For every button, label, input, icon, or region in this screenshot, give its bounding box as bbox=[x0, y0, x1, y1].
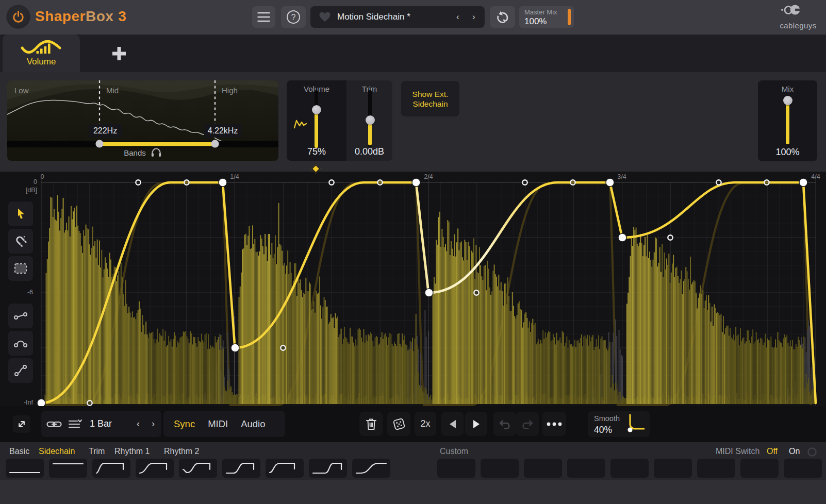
volume-slider-fill bbox=[315, 110, 318, 148]
wave-menu-icon[interactable] bbox=[68, 418, 82, 430]
wave-preset-5[interactable] bbox=[179, 459, 217, 478]
bank-tab-trim[interactable]: Trim bbox=[89, 447, 105, 456]
volume-panel[interactable]: Volume 75% bbox=[287, 80, 346, 161]
tool-line[interactable] bbox=[8, 304, 33, 328]
undo-icon bbox=[499, 419, 511, 429]
shift-right-button[interactable] bbox=[465, 412, 487, 436]
wave-preset-7[interactable] bbox=[266, 459, 304, 478]
rate-next-button[interactable]: › bbox=[152, 418, 155, 429]
add-band-button[interactable] bbox=[106, 42, 132, 65]
custom-slot-1[interactable] bbox=[437, 459, 475, 478]
midi-switch-off[interactable]: Off bbox=[767, 447, 778, 456]
wave-preset-shape bbox=[49, 459, 87, 478]
ellipsis-icon bbox=[546, 422, 563, 427]
custom-slot-7[interactable] bbox=[697, 459, 735, 478]
wave-preset-shape bbox=[222, 459, 260, 478]
randomize-button[interactable] bbox=[387, 412, 410, 436]
master-mix-slider[interactable] bbox=[568, 9, 571, 25]
split2-frequency[interactable]: 4.22kHz bbox=[204, 124, 241, 138]
smooth-value: 40% bbox=[594, 425, 612, 435]
volume-slider-handle[interactable] bbox=[312, 105, 321, 114]
reload-preset-button[interactable] bbox=[490, 6, 515, 28]
bands-caption: Bands bbox=[7, 147, 278, 158]
wave-preset-6[interactable] bbox=[222, 459, 260, 478]
smooth-label: Smooth bbox=[594, 414, 620, 423]
link-icon[interactable] bbox=[46, 419, 62, 429]
editor-canvas[interactable] bbox=[0, 172, 826, 406]
mix-panel[interactable]: Mix 100% bbox=[758, 80, 817, 161]
tool-scurve[interactable] bbox=[8, 358, 33, 383]
midi-loop-icon[interactable] bbox=[807, 447, 817, 457]
custom-slot-5[interactable] bbox=[610, 459, 649, 478]
rate-value[interactable]: 1 Bar bbox=[90, 418, 112, 429]
band-tab-strip: Volume bbox=[0, 35, 826, 72]
mix-slider-handle[interactable] bbox=[783, 96, 792, 105]
wave-preset-2[interactable] bbox=[49, 459, 87, 478]
wave-editor[interactable]: 01/42/43/44/4 0[dB]-6-Inf bbox=[0, 172, 826, 406]
tool-arc[interactable] bbox=[8, 331, 33, 356]
trim-slider-handle[interactable] bbox=[366, 115, 375, 125]
split1-frequency[interactable]: 222Hz bbox=[89, 124, 122, 138]
midi-switch-on[interactable]: On bbox=[789, 447, 800, 456]
trash-icon bbox=[366, 418, 377, 430]
preset-selector[interactable]: Motion Sidechain * ‹ › bbox=[310, 6, 485, 28]
bank-tab-rhythm-1[interactable]: Rhythm 1 bbox=[114, 447, 150, 456]
headphones-icon[interactable] bbox=[151, 147, 162, 158]
wave-preset-1[interactable] bbox=[6, 459, 44, 478]
mode-midi[interactable]: MIDI bbox=[208, 418, 228, 430]
delete-wave-button[interactable] bbox=[359, 412, 383, 436]
help-button[interactable]: ? bbox=[281, 6, 306, 28]
dice-icon bbox=[392, 417, 406, 431]
ruler-label-2-4: 2/4 bbox=[424, 173, 433, 180]
menu-button[interactable] bbox=[252, 6, 275, 28]
mode-sync[interactable]: Sync bbox=[174, 418, 195, 430]
sidechain-button-line2: Sidechain bbox=[412, 99, 448, 109]
custom-slot-9[interactable] bbox=[784, 459, 822, 478]
reload-icon bbox=[494, 9, 511, 25]
expand-icon bbox=[17, 419, 26, 429]
more-button[interactable] bbox=[542, 412, 566, 436]
power-button[interactable] bbox=[6, 5, 30, 29]
mode-audio[interactable]: Audio bbox=[241, 418, 265, 430]
bank-tab-rhythm-2[interactable]: Rhythm 2 bbox=[164, 447, 199, 456]
rate-prev-button[interactable]: ‹ bbox=[137, 418, 140, 429]
wave-preset-3[interactable] bbox=[92, 459, 130, 478]
top-bar: ShaperBox3 ? Motion Sidechain * ‹ bbox=[0, 0, 826, 35]
preset-next-button[interactable]: › bbox=[472, 12, 475, 22]
smooth-control[interactable]: Smooth 40% bbox=[588, 411, 650, 437]
custom-slot-3[interactable] bbox=[524, 459, 562, 478]
double-wave-button[interactable]: 2x bbox=[415, 412, 436, 436]
custom-slot-4[interactable] bbox=[567, 459, 605, 478]
custom-label: Custom bbox=[440, 447, 468, 456]
fullscreen-button[interactable] bbox=[13, 415, 30, 433]
show-ext-sidechain-button[interactable]: Show Ext. Sidechain bbox=[401, 81, 459, 116]
custom-slot-6[interactable] bbox=[654, 459, 692, 478]
band-mid-label: Mid bbox=[106, 86, 119, 95]
undo-button[interactable] bbox=[493, 412, 516, 436]
band-split-panel[interactable]: Low Mid High 222Hz 4.22kHz Bands bbox=[7, 80, 278, 161]
tab-volume[interactable]: Volume bbox=[3, 35, 80, 72]
custom-slot-2[interactable] bbox=[481, 459, 519, 478]
favorite-heart-icon[interactable] bbox=[319, 11, 331, 23]
wave-preset-9[interactable] bbox=[352, 459, 390, 478]
trim-panel[interactable]: Trim 0.00dB bbox=[346, 80, 392, 161]
band-high-label: High bbox=[222, 86, 238, 95]
shift-left-button[interactable] bbox=[441, 412, 464, 436]
custom-slot-8[interactable] bbox=[740, 459, 779, 478]
bank-tab-basic[interactable]: Basic bbox=[9, 447, 29, 456]
bands-label: Bands bbox=[124, 148, 146, 157]
db-label: 0 bbox=[0, 178, 37, 186]
redo-button[interactable] bbox=[516, 412, 539, 436]
wave-preset-shape bbox=[309, 459, 347, 478]
tool-marquee[interactable] bbox=[8, 256, 33, 281]
power-icon bbox=[11, 10, 25, 24]
preset-prev-button[interactable]: ‹ bbox=[456, 12, 459, 22]
master-mix-control[interactable]: Master Mix 100% bbox=[519, 6, 574, 28]
bank-tab-sidechain[interactable]: Sidechain bbox=[39, 447, 75, 456]
wave-preset-8[interactable] bbox=[309, 459, 347, 478]
brand-logo[interactable]: cableguys bbox=[772, 3, 824, 30]
tool-cursor[interactable] bbox=[8, 201, 33, 226]
smooth-curve-icon bbox=[623, 412, 648, 436]
tool-snap[interactable] bbox=[8, 229, 33, 254]
wave-preset-4[interactable] bbox=[136, 459, 174, 478]
